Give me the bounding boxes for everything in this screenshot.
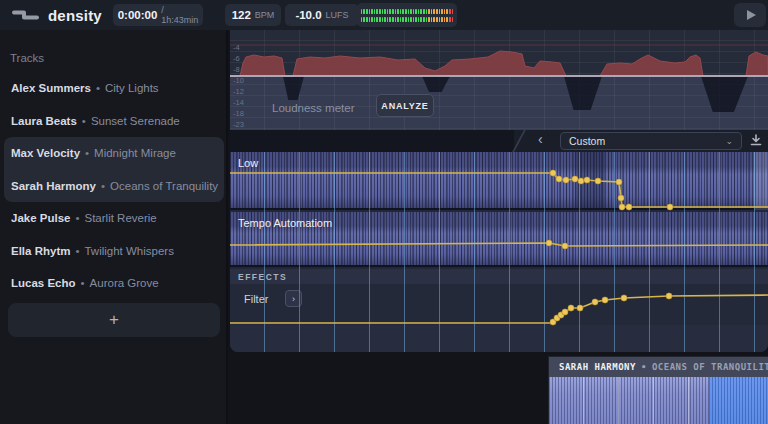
meter-segment bbox=[436, 17, 438, 22]
track-song: City Lights bbox=[105, 82, 159, 94]
sidebar-track-item[interactable]: Alex Summers•City Lights bbox=[4, 72, 224, 105]
automation-point[interactable] bbox=[602, 297, 608, 303]
axis-tick-label: -12 bbox=[233, 88, 244, 95]
loudness-chart bbox=[230, 30, 768, 130]
track-artist: Lucas Echo bbox=[11, 277, 76, 289]
automation-overlay[interactable] bbox=[230, 152, 768, 352]
time-total: / 1h:43min bbox=[161, 5, 198, 25]
meter-segment bbox=[444, 9, 446, 14]
axis-tick-label: -18 bbox=[233, 110, 244, 117]
separator-dot: • bbox=[75, 245, 79, 257]
automation-point[interactable] bbox=[626, 204, 632, 210]
sidebar-track-item[interactable]: Max Velocity•Midnight Mirage bbox=[4, 137, 224, 170]
meter-segment bbox=[361, 17, 363, 22]
meter-segment bbox=[402, 9, 404, 14]
sidebar-track-item[interactable]: Laura Beats•Sunset Serenade bbox=[4, 105, 224, 138]
meter-segment bbox=[418, 9, 420, 14]
add-track-button[interactable]: + bbox=[8, 303, 220, 337]
level-meter bbox=[357, 3, 457, 27]
meter-segment bbox=[389, 17, 391, 22]
automation-point[interactable] bbox=[616, 179, 622, 185]
chevron-down-icon: ⌄ bbox=[725, 136, 733, 146]
app-window: density 0:00:00 / 1h:43min 122 BPM -10.0… bbox=[0, 0, 768, 424]
separator-dot: • bbox=[75, 212, 79, 224]
track-artist: Laura Beats bbox=[11, 115, 77, 127]
automation-point[interactable] bbox=[563, 177, 569, 183]
automation-point[interactable] bbox=[556, 176, 562, 182]
track-song: Starlit Reverie bbox=[85, 212, 157, 224]
automation-point[interactable] bbox=[666, 293, 672, 299]
automation-point[interactable] bbox=[550, 170, 556, 176]
meter-segment bbox=[449, 9, 451, 14]
now-playing-waveform-bright bbox=[709, 377, 768, 424]
meter-segment bbox=[420, 9, 422, 14]
automation-point[interactable] bbox=[619, 204, 625, 210]
meter-segment bbox=[420, 17, 422, 22]
automation-point[interactable] bbox=[595, 178, 601, 184]
axis-tick-label: -6 bbox=[233, 55, 240, 62]
play-button[interactable] bbox=[734, 3, 766, 27]
track-artist: Jake Pulse bbox=[11, 212, 70, 224]
sidebar-tracks: Tracks Alex Summers•City LightsLaura Bea… bbox=[0, 30, 228, 424]
automation-point[interactable] bbox=[592, 299, 598, 305]
analyze-button[interactable]: ANALYZE bbox=[376, 94, 434, 117]
download-icon[interactable] bbox=[749, 133, 763, 148]
automation-line-tempo[interactable] bbox=[230, 243, 768, 246]
sidebar-track-item[interactable]: Ella Rhytm•Twilight Whispers bbox=[4, 235, 224, 268]
meter-segment bbox=[436, 9, 438, 14]
axis-tick-label: -4 bbox=[233, 44, 240, 51]
meter-segment bbox=[400, 9, 402, 14]
meter-segment bbox=[371, 17, 373, 22]
sidebar-track-item[interactable]: Lucas Echo•Aurora Grove bbox=[4, 267, 224, 300]
preset-dropdown-value: Custom bbox=[569, 135, 725, 147]
now-playing-artist: SARAH HARMONY bbox=[559, 362, 636, 372]
meter-segment bbox=[452, 9, 454, 14]
automation-point[interactable] bbox=[572, 176, 578, 182]
automation-point[interactable] bbox=[667, 204, 673, 210]
meter-segment bbox=[433, 17, 435, 22]
bpm-unit: BPM bbox=[255, 10, 275, 20]
loudness-area bbox=[230, 51, 768, 76]
sidebar-track-item[interactable]: Sarah Harmony•Oceans of Tranquility bbox=[4, 170, 224, 203]
meter-segment bbox=[405, 9, 407, 14]
meter-row bbox=[361, 9, 453, 14]
app-logo: density bbox=[12, 7, 102, 24]
automation-line-low[interactable] bbox=[230, 173, 768, 207]
automation-point[interactable] bbox=[578, 178, 584, 184]
automation-point[interactable] bbox=[546, 240, 552, 246]
automation-point[interactable] bbox=[584, 177, 590, 183]
automation-point[interactable] bbox=[618, 195, 624, 201]
toolbar-divider bbox=[511, 130, 538, 152]
meter-segment bbox=[441, 17, 443, 22]
back-chevron-icon[interactable]: ‹ bbox=[538, 131, 543, 147]
bpm-value: 122 bbox=[232, 9, 251, 21]
axis-tick-label: -14 bbox=[233, 99, 244, 106]
loudness-shadow bbox=[422, 76, 450, 92]
now-playing-song: OCEANS OF TRANQUILITY bbox=[652, 362, 768, 372]
automation-point[interactable] bbox=[562, 243, 568, 249]
track-artist: Ella Rhytm bbox=[11, 245, 70, 257]
meter-row bbox=[361, 17, 453, 22]
meter-segment bbox=[439, 9, 441, 14]
meter-segment bbox=[369, 17, 371, 22]
meter-segment bbox=[366, 9, 368, 14]
meter-segment bbox=[387, 17, 389, 22]
meter-segment bbox=[449, 17, 451, 22]
meter-segment bbox=[418, 17, 420, 22]
automation-point[interactable] bbox=[562, 309, 568, 315]
meter-segment bbox=[363, 17, 365, 22]
track-song: Midnight Mirage bbox=[94, 147, 176, 159]
meter-segment bbox=[379, 9, 381, 14]
bpm-display: 122 BPM bbox=[225, 4, 281, 26]
sidebar-track-item[interactable]: Jake Pulse•Starlit Reverie bbox=[4, 202, 224, 235]
preset-dropdown[interactable]: Custom ⌄ bbox=[560, 132, 742, 150]
separator-dot: • bbox=[81, 277, 85, 289]
automation-point[interactable] bbox=[568, 305, 574, 311]
automation-line-filter[interactable] bbox=[230, 295, 768, 323]
meter-segment bbox=[402, 17, 404, 22]
meter-segment bbox=[431, 17, 433, 22]
meter-segment bbox=[444, 17, 446, 22]
meter-segment bbox=[387, 9, 389, 14]
automation-point[interactable] bbox=[621, 295, 627, 301]
automation-point[interactable] bbox=[577, 305, 583, 311]
